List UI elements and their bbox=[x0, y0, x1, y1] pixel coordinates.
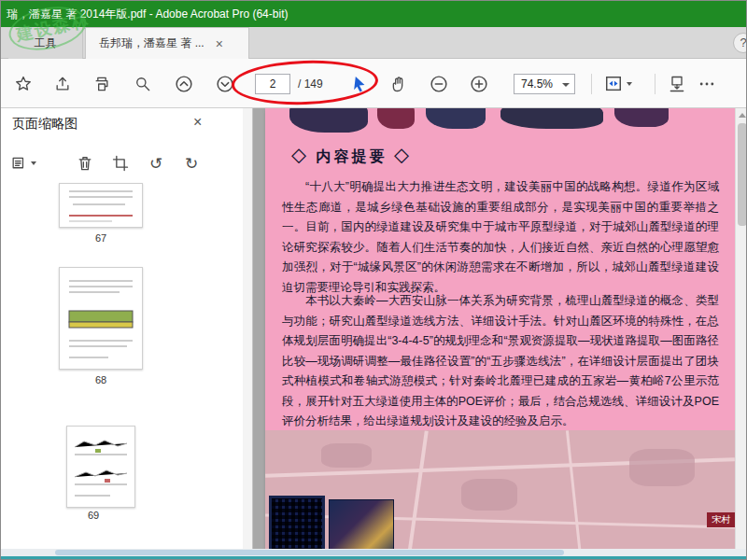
zoom-level-value: 74.5% bbox=[521, 77, 553, 91]
page-count-label: / 149 bbox=[298, 77, 323, 91]
tab-tools[interactable]: 工具 bbox=[8, 27, 83, 59]
vertical-scrollbar[interactable] bbox=[735, 108, 747, 558]
tab-bar: 工具 岳邦瑞，潘嘉星 著 ... × ? bbox=[1, 27, 747, 59]
zoom-in-icon[interactable] bbox=[466, 71, 492, 97]
page-thumbnails-panel: 页面缩略图 × ↺ ↻ 67 bbox=[1, 108, 253, 558]
tab-close-icon[interactable]: × bbox=[216, 36, 223, 51]
window-bottom-edge bbox=[1, 556, 747, 559]
map-road bbox=[404, 430, 429, 558]
panel-close-icon[interactable]: × bbox=[193, 114, 202, 131]
page-display-icon[interactable] bbox=[599, 71, 636, 97]
map-road bbox=[566, 430, 584, 558]
thumbnail-label: 68 bbox=[59, 374, 143, 385]
thumbnail-label: 67 bbox=[59, 232, 143, 244]
section-heading: ◇ 内容提要 ◇ bbox=[291, 147, 412, 167]
more-options-icon[interactable] bbox=[694, 71, 720, 97]
scroll-mode-icon[interactable] bbox=[664, 71, 690, 97]
abstract-paragraph-1: “十八大”明确提出大力推进生态文明，建设美丽中国的战略构想。绿道作为区域性生态廊… bbox=[282, 177, 719, 298]
thumbnail-page-68[interactable] bbox=[59, 267, 143, 370]
hand-tool-icon[interactable] bbox=[386, 71, 412, 97]
zoom-level-select[interactable]: 74.5% bbox=[514, 74, 575, 94]
thumbnail-page-67[interactable] bbox=[59, 183, 143, 228]
cover-art-fragment bbox=[500, 108, 603, 129]
thumbnail-options-icon[interactable] bbox=[10, 150, 36, 176]
delete-page-icon[interactable] bbox=[72, 150, 98, 176]
abstract-paragraph-2: 本书以大秦岭—大西安山脉一体关系为研究背景，梳理山麓型绿道的概念、类型与功能；研… bbox=[282, 291, 719, 432]
star-icon[interactable] bbox=[10, 71, 36, 97]
scroll-up-arrow-icon[interactable] bbox=[739, 113, 746, 118]
tab-document[interactable]: 岳邦瑞，潘嘉星 著 ... × bbox=[85, 27, 249, 59]
toolbar-separator bbox=[591, 74, 592, 94]
page-up-icon[interactable] bbox=[171, 71, 197, 97]
acrobat-window: 瑞，潘嘉星 著 2014年版.pdf - Adobe Acrobat Pro (… bbox=[0, 0, 747, 560]
horizontal-scrollbar[interactable] bbox=[1, 549, 747, 556]
panel-title: 页面缩略图 bbox=[12, 116, 78, 133]
rotate-ccw-icon[interactable]: ↺ bbox=[143, 150, 169, 176]
thumbnail-label: 69 bbox=[51, 510, 135, 521]
rotate-ccw-glyph: ↺ bbox=[149, 154, 162, 174]
rotate-cw-glyph: ↻ bbox=[185, 154, 198, 174]
toolbar-separator bbox=[655, 74, 655, 94]
print-icon[interactable] bbox=[89, 71, 115, 97]
chevron-down-icon bbox=[562, 83, 570, 87]
horizontal-scrollbar-thumb[interactable] bbox=[55, 550, 564, 555]
thumbnail-page-69[interactable] bbox=[66, 426, 135, 508]
zoom-out-icon[interactable] bbox=[426, 71, 452, 97]
rotate-cw-icon[interactable]: ↻ bbox=[178, 150, 204, 176]
select-cursor-icon[interactable] bbox=[346, 71, 373, 97]
document-viewport: ◇ 内容提要 ◇ “十八大”明确提出大力推进生态文明，建设美丽中国的战略构想。绿… bbox=[253, 108, 747, 558]
thumbnail-toolbar: ↺ ↻ bbox=[10, 147, 244, 179]
sidebar-scrollbar[interactable] bbox=[243, 108, 252, 558]
map-place-label: 宋村 bbox=[707, 512, 735, 527]
cover-art-fragment bbox=[614, 108, 669, 127]
map-block bbox=[461, 479, 517, 511]
chevron-down-icon bbox=[627, 82, 632, 86]
chevron-down-icon bbox=[31, 161, 36, 165]
tab-document-label: 岳邦瑞，潘嘉星 著 ... bbox=[99, 35, 204, 51]
share-icon[interactable] bbox=[49, 71, 76, 97]
page-number-input[interactable] bbox=[255, 74, 290, 94]
pdf-page[interactable]: ◇ 内容提要 ◇ “十八大”明确提出大力推进生态文明，建设美丽中国的战略构想。绿… bbox=[265, 108, 735, 558]
tab-tools-label: 工具 bbox=[35, 35, 57, 51]
search-icon[interactable] bbox=[130, 71, 156, 97]
map-block bbox=[629, 449, 695, 486]
window-title: 瑞，潘嘉星 著 2014年版.pdf - Adobe Acrobat Pro (… bbox=[7, 7, 288, 21]
main-toolbar: / 149 74.5% bbox=[1, 59, 747, 108]
window-title-bar[interactable]: 瑞，潘嘉星 著 2014年版.pdf - Adobe Acrobat Pro (… bbox=[1, 1, 747, 27]
help-icon[interactable]: ? bbox=[733, 33, 747, 53]
cover-art-fragment bbox=[426, 108, 486, 129]
cover-art-fragment bbox=[289, 108, 368, 133]
cover-art-fragment bbox=[377, 108, 415, 129]
aerial-map-image: 宋村 凌光盘 责任编辑：张 谨 www.cnd bbox=[265, 430, 735, 558]
map-block bbox=[321, 443, 372, 468]
crop-page-icon[interactable] bbox=[107, 150, 134, 176]
page-down-icon[interactable] bbox=[212, 71, 238, 97]
vertical-scrollbar-thumb[interactable] bbox=[738, 123, 747, 226]
